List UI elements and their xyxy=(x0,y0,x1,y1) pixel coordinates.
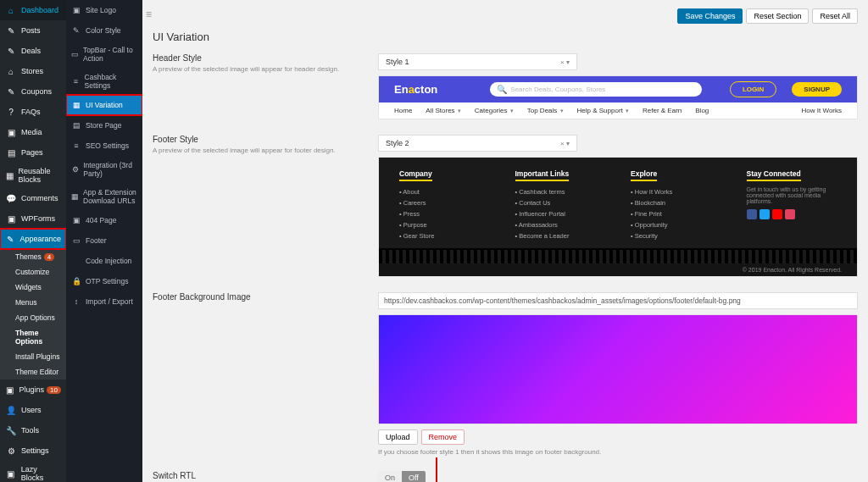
wp-menu-media[interactable]: ▣Media xyxy=(0,122,66,142)
facebook-icon[interactable] xyxy=(747,209,757,219)
footer-style-select[interactable]: Style 2 × ▾ xyxy=(378,135,577,152)
menu-icon: ▣ xyxy=(5,213,17,224)
footer-link[interactable]: Cashback terms xyxy=(515,186,606,197)
search-placeholder: Search Deals, Coupons, Stores xyxy=(510,86,605,93)
footer-link[interactable]: Opportunity xyxy=(631,219,721,230)
theme-menu-ui-variation[interactable]: ▦UI Variation xyxy=(66,95,142,115)
rtl-off[interactable]: Off xyxy=(402,471,426,482)
wp-menu-deals[interactable]: ✎Deals xyxy=(0,41,66,61)
rtl-switch[interactable]: On Off xyxy=(378,471,426,482)
nav-refer-&-earn[interactable]: Refer & Earn xyxy=(643,107,682,114)
footer-link[interactable]: Security xyxy=(631,230,721,241)
theme-menu-integration-3rd-party-[interactable]: ⚙Integration (3rd Party) xyxy=(66,156,142,183)
menu-icon: ✎ xyxy=(5,233,15,245)
remove-button[interactable]: Remove xyxy=(421,429,465,445)
wp-menu-dashboard[interactable]: ⌂Dashboard xyxy=(0,0,66,20)
nav-help-&-support[interactable]: Help & Support ▾ xyxy=(577,107,629,114)
footer-bg-url-input[interactable] xyxy=(378,292,858,309)
nav-home[interactable]: Home xyxy=(394,107,412,114)
search-input[interactable]: 🔍 Search Deals, Coupons, Stores xyxy=(490,82,702,97)
wp-submenu-theme-options[interactable]: Theme Options xyxy=(10,325,66,349)
silhouette-decoration xyxy=(379,248,857,263)
wp-submenu-themes[interactable]: Themes4 xyxy=(10,249,66,264)
rtl-on[interactable]: On xyxy=(378,471,402,482)
wp-menu-lazy-blocks[interactable]: ▣Lazy Blocks xyxy=(0,461,66,482)
reset-section-button[interactable]: Reset Section xyxy=(746,8,809,24)
footer-link[interactable]: Contact Us xyxy=(515,197,606,208)
wp-menu-stores[interactable]: ⌂Stores xyxy=(0,61,66,81)
wp-menu-coupons[interactable]: ✎Coupons xyxy=(0,81,66,102)
wp-submenu-app-options[interactable]: App Options xyxy=(10,310,66,325)
instagram-icon[interactable] xyxy=(785,209,795,219)
wp-menu-reusable-blocks[interactable]: ▦Reusable Blocks xyxy=(0,163,66,188)
menu-label: UI Variation xyxy=(86,101,123,109)
hamburger-icon[interactable]: ≡ xyxy=(146,8,152,20)
nav-all-stores[interactable]: All Stores ▾ xyxy=(426,107,460,114)
nav-top-deals[interactable]: Top Deals ▾ xyxy=(527,107,564,114)
footer-link[interactable]: Gear Store xyxy=(399,230,490,241)
wp-submenu-menus[interactable]: Menus xyxy=(10,295,66,310)
nav-categories[interactable]: Categories ▾ xyxy=(475,107,514,114)
wp-menu-appearance[interactable]: ✎Appearance xyxy=(0,229,66,249)
footer-col-explore: ExploreHow It WorksBlockchainFine PrintO… xyxy=(631,169,721,241)
chevron-down-icon: ▾ xyxy=(626,108,629,114)
login-button[interactable]: LOGIN xyxy=(730,81,776,97)
logo-text: Enacton xyxy=(394,83,437,96)
nav-blog[interactable]: Blog xyxy=(695,107,709,114)
theme-menu-cashback-settings[interactable]: ≡Cashback Settings xyxy=(66,68,142,95)
footer-bg-preview xyxy=(378,314,858,424)
footer-link[interactable]: Become a Leader xyxy=(515,230,606,241)
footer-style-row: Footer Style A preview of the selected i… xyxy=(153,135,858,277)
footer-link[interactable]: How It Works xyxy=(631,186,721,197)
wp-menu-settings[interactable]: ⚙Settings xyxy=(0,440,66,461)
footer-link[interactable]: Fine Print xyxy=(631,208,721,219)
wp-submenu-customize[interactable]: Customize xyxy=(10,264,66,280)
youtube-icon[interactable] xyxy=(772,209,782,219)
footer-link[interactable]: Careers xyxy=(399,197,490,208)
theme-menu-store-page[interactable]: ▤Store Page xyxy=(66,115,142,136)
menu-label: Coupons xyxy=(21,87,52,96)
wp-menu-faqs[interactable]: ?FAQs xyxy=(0,102,66,122)
wp-menu-pages[interactable]: ▤Pages xyxy=(0,142,66,163)
footer-link[interactable]: About xyxy=(399,186,490,197)
signup-button[interactable]: SIGNUP xyxy=(792,82,842,97)
submenu-label: Install Plugins xyxy=(15,352,59,361)
footer-link[interactable]: Purpose xyxy=(399,219,490,230)
nav-how-it-works[interactable]: How It Works xyxy=(802,107,842,114)
theme-menu-footer[interactable]: ▭Footer xyxy=(66,230,142,251)
save-changes-button[interactable]: Save Changes xyxy=(677,8,743,24)
wp-submenu-theme-editor[interactable]: Theme Editor xyxy=(10,364,66,380)
footer-link[interactable]: Ambassadors xyxy=(515,219,606,230)
theme-menu-app-extension-download-urls[interactable]: ▦App & Extension Download URLs xyxy=(66,183,142,210)
footer-link[interactable]: Press xyxy=(399,208,490,219)
theme-menu-otp-settings[interactable]: 🔒OTP Settings xyxy=(66,271,142,291)
twitter-icon[interactable] xyxy=(760,209,770,219)
theme-menu-seo-settings[interactable]: ≡SEO Settings xyxy=(66,136,142,156)
wp-menu-posts[interactable]: ✎Posts xyxy=(0,20,66,41)
menu-icon: ⚙ xyxy=(5,445,17,457)
header-style-select[interactable]: Style 1 × ▾ xyxy=(378,53,577,70)
footer-link[interactable]: Blockchain xyxy=(631,197,721,208)
menu-label: Import / Export xyxy=(86,297,133,306)
theme-menu-code-injection[interactable]: Code Injection xyxy=(66,251,142,271)
theme-menu-import-export[interactable]: ↕Import / Export xyxy=(66,291,142,312)
menu-icon: ▭ xyxy=(71,49,79,59)
wp-submenu-install-plugins[interactable]: Install Plugins xyxy=(10,349,66,364)
wp-submenu-widgets[interactable]: Widgets xyxy=(10,280,66,295)
theme-menu-site-logo[interactable]: ▣Site Logo xyxy=(66,0,142,20)
wp-menu-wpforms[interactable]: ▣WPForms xyxy=(0,208,66,229)
wp-menu-tools[interactable]: 🔧Tools xyxy=(0,420,66,440)
reset-all-button[interactable]: Reset All xyxy=(812,8,858,24)
menu-icon: ▣ xyxy=(5,126,17,138)
theme-menu-404-page[interactable]: ▣404 Page xyxy=(66,210,142,230)
theme-menu-color-style[interactable]: ✎Color Style xyxy=(66,20,142,41)
menu-label: OTP Settings xyxy=(86,277,128,285)
menu-icon: ▦ xyxy=(71,100,81,110)
menu-label: Tools xyxy=(21,426,39,435)
upload-button[interactable]: Upload xyxy=(378,429,418,445)
theme-menu-topbar-call-to-action[interactable]: ▭TopBar - Call to Action xyxy=(66,41,142,68)
wp-menu-comments[interactable]: 💬Comments xyxy=(0,188,66,208)
footer-link[interactable]: Influencer Portal xyxy=(515,208,606,219)
wp-menu-plugins[interactable]: ▣Plugins10 xyxy=(0,380,66,400)
wp-menu-users[interactable]: 👤Users xyxy=(0,400,66,420)
